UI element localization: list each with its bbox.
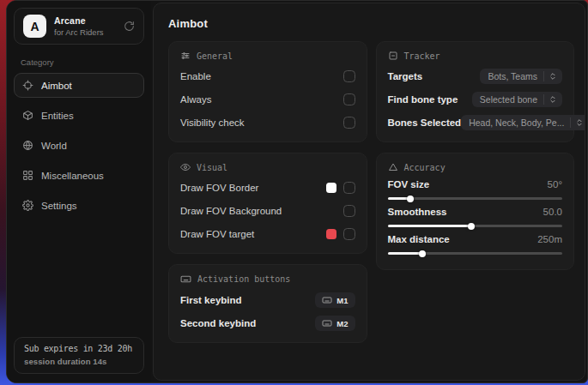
chevrons-up-down-icon (543, 94, 562, 105)
gear-icon (22, 200, 33, 211)
setting-row-enable: Enable (180, 69, 355, 84)
setting-row-targets: Targets Bots, Teams (388, 69, 563, 84)
setting-row-always: Always (180, 92, 355, 107)
grid-icon (22, 170, 33, 181)
logo-letter: A (30, 20, 39, 33)
right-column: Tracker Targets Bots, Teams (376, 41, 575, 343)
app-title: Arcane (54, 15, 116, 26)
find-bone-type-dropdown[interactable]: Selected bone (472, 92, 562, 107)
cube-icon (22, 110, 33, 121)
setting-row-visibility-check: Visibility check (180, 115, 355, 130)
triangle-icon (388, 162, 398, 172)
general-card: General Enable Always Visibility check (168, 41, 367, 142)
visual-card: Visual Draw FOV Border Draw FOV Backgrou… (168, 153, 367, 254)
sidebar-header: A Arcane for Arc Riders (14, 8, 144, 45)
crosshair-icon (22, 80, 33, 91)
session-duration-text: session duration 14s (24, 357, 134, 366)
left-column: General Enable Always Visibility check (168, 41, 367, 343)
setting-row-fov-target: Draw FOV target (180, 226, 355, 242)
fov-size-slider[interactable] (388, 197, 563, 200)
slider-thumb[interactable] (407, 196, 414, 202)
sync-icon[interactable] (124, 21, 135, 32)
sidebar-item-entities[interactable]: Entities (14, 103, 144, 128)
category-label: Category (21, 57, 137, 67)
smoothness-slider-group: Smoothness 50.0 (388, 207, 563, 227)
setting-row-second-keybind: Second keybind M2 (180, 316, 355, 331)
keyboard-icon (322, 318, 332, 328)
slider-thumb[interactable] (419, 250, 426, 257)
subscription-info: Sub expires in 23d 20h session duration … (14, 337, 144, 374)
setting-row-bones-selected: Bones Selected Head, Neck, Body, Pe... (388, 115, 563, 130)
enable-checkbox[interactable] (343, 70, 355, 82)
first-keybind-button[interactable]: M1 (315, 292, 355, 308)
card-title: Tracker (404, 51, 440, 61)
main-panel: Aimbot General (153, 3, 585, 381)
app-window: A Arcane for Arc Riders Category Aim (6, 0, 588, 383)
second-keybind-button[interactable]: M2 (315, 316, 355, 331)
targets-dropdown[interactable]: Bots, Teams (480, 69, 562, 84)
max-distance-slider[interactable] (388, 252, 563, 255)
bones-selected-dropdown[interactable]: Head, Neck, Body, Pe... (461, 115, 585, 130)
sidebar-item-aimbot[interactable]: Aimbot (14, 73, 144, 98)
smoothness-value: 50.0 (543, 207, 562, 217)
card-title: Accuracy (404, 163, 446, 172)
sidebar-item-world[interactable]: World (14, 133, 144, 158)
sidebar-item-miscellaneous[interactable]: Miscellaneous (14, 163, 144, 188)
sidebar-item-label: Settings (41, 201, 77, 211)
visibility-check-checkbox[interactable] (343, 117, 355, 129)
sidebar-item-label: Aimbot (41, 81, 72, 91)
fov-border-checkbox[interactable] (343, 182, 355, 194)
sub-expiry-text: Sub expires in 23d 20h (24, 344, 134, 353)
sidebar-item-label: Entities (41, 111, 74, 121)
fov-background-checkbox[interactable] (343, 205, 355, 217)
fov-size-slider-group: FOV size 50° (388, 179, 563, 200)
globe-icon (22, 140, 33, 151)
setting-row-fov-background: Draw FOV Background (180, 203, 355, 219)
card-title: General (197, 51, 233, 61)
sidebar-item-label: Miscellaneous (41, 171, 104, 181)
setting-row-find-bone-type: Find bone type Selected bone (388, 92, 563, 107)
tracker-card: Tracker Targets Bots, Teams (376, 41, 575, 142)
fov-target-checkbox[interactable] (343, 228, 355, 240)
sidebar-item-settings[interactable]: Settings (14, 193, 144, 218)
card-title: Visual (197, 163, 227, 172)
max-distance-slider-group: Max distance 250m (388, 234, 563, 255)
eye-icon (180, 162, 191, 172)
keyboard-icon (322, 295, 332, 305)
chevrons-up-down-icon (570, 117, 585, 128)
sidebar-nav: Aimbot Entities World (7, 73, 151, 218)
sidebar-item-label: World (41, 141, 67, 151)
fov-size-value: 50° (548, 179, 562, 189)
scan-icon (388, 51, 398, 61)
card-title: Activation buttons (197, 274, 290, 284)
slider-thumb[interactable] (468, 223, 475, 230)
always-checkbox[interactable] (343, 93, 355, 105)
sliders-icon (180, 51, 191, 61)
app-subtitle: for Arc Riders (54, 27, 116, 37)
setting-row-first-keybind: First keybind M1 (180, 292, 355, 308)
fov-target-color-swatch[interactable] (326, 229, 336, 239)
smoothness-slider[interactable] (388, 225, 563, 227)
accuracy-card: Accuracy FOV size 50° (376, 153, 575, 270)
keyboard-icon (180, 274, 191, 285)
sidebar: A Arcane for Arc Riders Category Aim (7, 1, 151, 382)
max-distance-value: 250m (537, 234, 562, 244)
app-logo: A (23, 15, 46, 38)
page-title: Aimbot (168, 17, 574, 30)
activation-buttons-card: Activation buttons First keybind M1 (168, 264, 367, 343)
fov-border-color-swatch[interactable] (326, 183, 336, 193)
chevrons-up-down-icon (543, 71, 562, 81)
setting-row-fov-border: Draw FOV Border (180, 180, 355, 196)
